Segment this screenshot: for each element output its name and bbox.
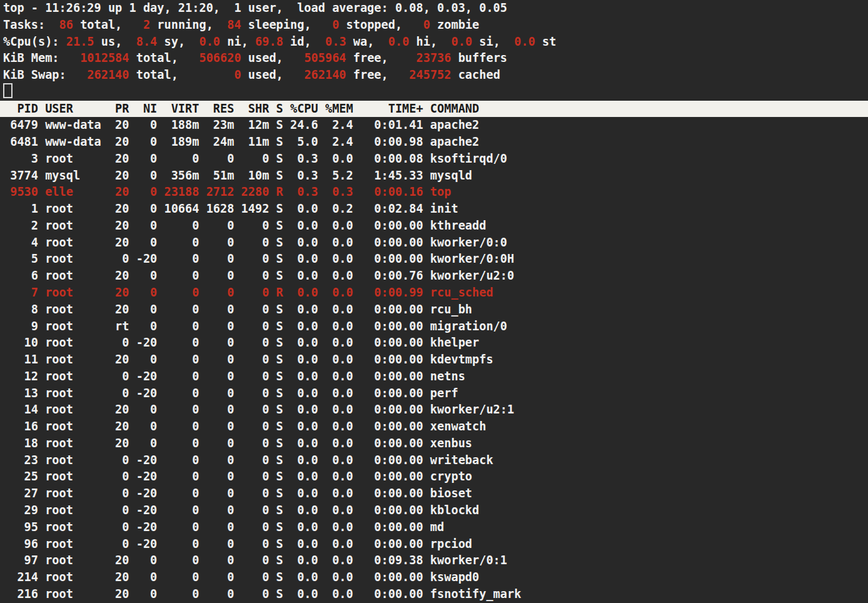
text-segment: free, (346, 51, 388, 64)
process-row: 9530 elle 20 0 23188 2712 2280 R 0.3 0.3… (0, 184, 868, 201)
text-segment: KiB Mem: (3, 51, 59, 64)
text-segment: 0.0 (500, 35, 535, 48)
process-row: 13 root 0 -20 0 0 0 S 0.0 0.0 0:00.00 pe… (0, 385, 868, 402)
process-row: 12 root 0 -20 0 0 0 S 0.0 0.0 0:00.00 ne… (0, 368, 868, 385)
text-segment: total, (129, 51, 178, 64)
text-segment: 23736 (388, 51, 452, 64)
text-segment: stopped, (339, 18, 402, 31)
text-segment: 0.0 (185, 35, 220, 48)
text-segment: zombie (430, 18, 479, 31)
text-segment: 86 (45, 18, 73, 31)
process-row: 216 root 20 0 0 0 0 S 0.0 0.0 0:00.00 fs… (0, 586, 868, 603)
process-row: 5 root 0 -20 0 0 0 S 0.0 0.0 0:00.00 kwo… (0, 251, 868, 268)
process-row: 9 root rt 0 0 0 0 S 0.0 0.0 0:00.00 migr… (0, 318, 868, 335)
text-segment: 1012584 (59, 51, 129, 64)
terminal-window[interactable]: top - 11:26:29 up 1 day, 21:20, 1 user, … (0, 0, 868, 603)
process-row: 4 root 20 0 0 0 0 S 0.0 0.0 0:00.00 kwor… (0, 235, 868, 251)
text-segment: wa, (346, 35, 375, 48)
process-row: 96 root 0 -20 0 0 0 S 0.0 0.0 0:00.00 rp… (0, 536, 868, 553)
text-segment: sy, (157, 35, 185, 48)
process-row: 27 root 0 -20 0 0 0 S 0.0 0.0 0:00.00 bi… (0, 485, 868, 502)
process-row: 23 root 0 -20 0 0 0 S 0.0 0.0 0:00.00 wr… (0, 452, 868, 469)
process-row: 16 root 20 0 0 0 0 S 0.0 0.0 0:00.00 xen… (0, 418, 868, 435)
process-row: 3 root 20 0 0 0 0 S 0.3 0.0 0:00.08 ksof… (0, 151, 868, 168)
process-row: 10 root 0 -20 0 0 0 S 0.0 0.0 0:00.00 kh… (0, 335, 868, 352)
text-segment: 69.8 (248, 35, 283, 48)
text-segment: sleeping, (241, 18, 311, 31)
text-segment: ni, (220, 35, 248, 48)
text-segment: total, (73, 18, 122, 31)
text-segment: 0 (402, 18, 430, 31)
terminal-line: Tasks: 86 total, 2 running, 84 sleeping,… (0, 17, 868, 34)
text-segment: si, (472, 35, 500, 48)
text-segment: 0.3 (311, 35, 346, 48)
process-row: 25 root 0 -20 0 0 0 S 0.0 0.0 0:00.00 cr… (0, 469, 868, 485)
text-segment: total, (129, 68, 178, 81)
text-segment: 84 (213, 18, 241, 31)
text-segment: 21.5 (59, 35, 94, 48)
text-segment: 8.4 (122, 35, 157, 48)
text-segment: running, (150, 18, 213, 31)
process-row: 7 root 20 0 0 0 0 R 0.0 0.0 0:00.99 rcu_… (0, 285, 868, 302)
process-row: 2 root 20 0 0 0 0 S 0.0 0.0 0:00.00 kthr… (0, 218, 868, 235)
process-rows: 6479 www-data 20 0 188m 23m 12m S 24.6 2… (0, 117, 868, 602)
text-segment: buffers (451, 51, 507, 64)
text-segment: top - 11:26:29 up 1 day, 21:20, 1 user, … (3, 1, 507, 14)
text-segment: 506620 (178, 51, 241, 64)
text-segment: 245752 (388, 68, 452, 81)
text-segment: KiB Swap: (3, 68, 66, 81)
terminal-line: KiB Mem: 1012584 total, 506620 used, 505… (0, 50, 868, 67)
process-row: 29 root 0 -20 0 0 0 S 0.0 0.0 0:00.00 kb… (0, 502, 868, 519)
process-row: 214 root 20 0 0 0 0 S 0.0 0.0 0:00.00 ks… (0, 569, 868, 586)
process-row: 6 root 20 0 0 0 0 S 0.0 0.0 0:00.76 kwor… (0, 268, 868, 285)
process-row: 97 root 20 0 0 0 0 S 0.0 0.0 0:09.38 kwo… (0, 552, 868, 569)
text-segment: used, (241, 68, 283, 81)
process-row: 95 root 0 -20 0 0 0 S 0.0 0.0 0:00.00 md (0, 519, 868, 536)
process-row: 14 root 20 0 0 0 0 S 0.0 0.0 0:00.00 kwo… (0, 402, 868, 418)
process-row: 8 root 20 0 0 0 0 S 0.0 0.0 0:00.00 rcu_… (0, 302, 868, 318)
process-row: 6479 www-data 20 0 188m 23m 12m S 24.6 2… (0, 117, 868, 134)
text-segment: id, (283, 35, 311, 48)
process-row: 6481 www-data 20 0 189m 24m 11m S 5.0 2.… (0, 134, 868, 151)
text-segment: us, (94, 35, 123, 48)
text-segment: 0 (178, 68, 241, 81)
text-segment: 262140 (283, 68, 346, 81)
text-cursor-icon (3, 83, 13, 98)
terminal-line: top - 11:26:29 up 1 day, 21:20, 1 user, … (0, 0, 868, 17)
terminal-cursor-line (0, 84, 868, 101)
text-segment: 505964 (283, 51, 346, 64)
text-segment: cached (451, 68, 500, 81)
text-segment: st (535, 35, 557, 48)
text-segment: 2 (122, 18, 150, 31)
process-row: 11 root 20 0 0 0 0 S 0.0 0.0 0:00.00 kde… (0, 352, 868, 368)
process-row: 3774 mysql 20 0 356m 51m 10m S 0.3 5.2 1… (0, 168, 868, 185)
terminal-line: %Cpu(s): 21.5 us, 8.4 sy, 0.0 ni, 69.8 i… (0, 34, 868, 51)
text-segment: %Cpu(s): (3, 35, 59, 48)
text-segment: 0.0 (437, 35, 472, 48)
text-segment: 0.0 (374, 35, 409, 48)
text-segment: 0 (311, 18, 340, 31)
summary-lines: top - 11:26:29 up 1 day, 21:20, 1 user, … (0, 0, 868, 84)
text-segment: Tasks: (3, 18, 45, 31)
process-table-header: PID USER PR NI VIRT RES SHR S %CPU %MEM … (0, 101, 868, 118)
process-row: 1 root 20 0 10664 1628 1492 S 0.0 0.2 0:… (0, 201, 868, 218)
text-segment: free, (346, 68, 388, 81)
text-segment: 262140 (66, 68, 129, 81)
text-segment: hi, (409, 35, 437, 48)
terminal-line: KiB Swap: 262140 total, 0 used, 262140 f… (0, 67, 868, 84)
text-segment: used, (241, 51, 283, 64)
process-row: 18 root 20 0 0 0 0 S 0.0 0.0 0:00.00 xen… (0, 435, 868, 452)
